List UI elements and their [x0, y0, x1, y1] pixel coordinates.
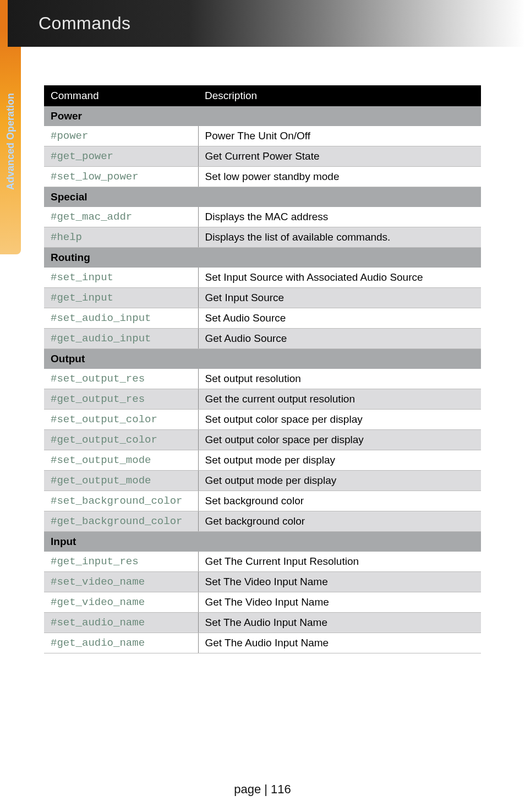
- header-band: Commands: [8, 0, 525, 47]
- table-row: #set_output_colorSet output color space …: [44, 410, 481, 430]
- description-cell: Set The Video Input Name: [198, 572, 481, 592]
- table-row: #get_powerGet Current Power State: [44, 146, 481, 167]
- command-cell[interactable]: #set_output_color: [44, 410, 198, 430]
- command-cell[interactable]: #set_input: [44, 268, 198, 288]
- table-row: #set_background_colorSet background colo…: [44, 491, 481, 511]
- table-row: #get_background_colorGet background colo…: [44, 511, 481, 532]
- section-title: Routing: [44, 248, 481, 268]
- section-header: Output: [44, 349, 481, 369]
- section-header: Routing: [44, 248, 481, 268]
- content-area: Command Description Power#powerPower The…: [44, 85, 481, 653]
- table-row: #get_mac_addrDisplays the MAC address: [44, 207, 481, 227]
- table-row: #set_low_powerSet low power standby mode: [44, 167, 481, 187]
- table-row: #get_video_nameGet The Video Input Name: [44, 592, 481, 613]
- table-row: #set_output_resSet output resolution: [44, 369, 481, 389]
- table-row: #set_video_nameSet The Video Input Name: [44, 572, 481, 592]
- description-cell: Set The Audio Input Name: [198, 613, 481, 633]
- command-cell[interactable]: #power: [44, 126, 198, 146]
- command-cell[interactable]: #help: [44, 227, 198, 248]
- command-cell[interactable]: #set_low_power: [44, 167, 198, 187]
- description-cell: Set output resolution: [198, 369, 481, 389]
- command-cell[interactable]: #set_output_mode: [44, 450, 198, 471]
- command-cell[interactable]: #set_video_name: [44, 572, 198, 592]
- description-cell: Set output mode per display: [198, 450, 481, 471]
- accent-bar: [0, 0, 8, 29]
- section-header: Power: [44, 106, 481, 126]
- command-cell[interactable]: #get_background_color: [44, 511, 198, 532]
- command-cell[interactable]: #get_mac_addr: [44, 207, 198, 227]
- col-header-description: Description: [198, 85, 481, 106]
- command-cell[interactable]: #set_audio_name: [44, 613, 198, 633]
- section-title: Power: [44, 106, 481, 126]
- table-row: #set_audio_inputSet Audio Source: [44, 308, 481, 329]
- command-cell[interactable]: #set_audio_input: [44, 308, 198, 329]
- description-cell: Set Input Source with Associated Audio S…: [198, 268, 481, 288]
- description-cell: Get Current Power State: [198, 146, 481, 167]
- commands-table: Command Description Power#powerPower The…: [44, 85, 481, 653]
- page-footer: page | 116: [0, 782, 525, 797]
- description-cell: Get Audio Source: [198, 329, 481, 349]
- table-row: #get_output_resGet the current output re…: [44, 389, 481, 410]
- command-cell[interactable]: #get_audio_input: [44, 329, 198, 349]
- description-cell: Get The Current Input Resolution: [198, 552, 481, 572]
- description-cell: Get output color space per display: [198, 430, 481, 450]
- command-cell[interactable]: #get_output_res: [44, 389, 198, 410]
- section-header: Input: [44, 532, 481, 552]
- table-row: #helpDisplays the list of available comm…: [44, 227, 481, 248]
- section-header: Special: [44, 187, 481, 208]
- command-cell[interactable]: #get_output_mode: [44, 471, 198, 491]
- description-cell: Get The Audio Input Name: [198, 633, 481, 653]
- description-cell: Get Input Source: [198, 288, 481, 308]
- command-cell[interactable]: #get_input: [44, 288, 198, 308]
- table-row: #get_input_resGet The Current Input Reso…: [44, 552, 481, 572]
- table-row: #get_output_colorGet output color space …: [44, 430, 481, 450]
- description-cell: Get The Video Input Name: [198, 592, 481, 613]
- description-cell: Displays the list of available commands.: [198, 227, 481, 248]
- side-tab: Advanced Operation: [0, 29, 21, 254]
- description-cell: Set background color: [198, 491, 481, 511]
- command-cell[interactable]: #get_input_res: [44, 552, 198, 572]
- table-row: #get_inputGet Input Source: [44, 288, 481, 308]
- description-cell: Displays the MAC address: [198, 207, 481, 227]
- table-row: #powerPower The Unit On/Off: [44, 126, 481, 146]
- section-title: Special: [44, 187, 481, 208]
- command-cell[interactable]: #get_audio_name: [44, 633, 198, 653]
- section-title: Output: [44, 349, 481, 369]
- description-cell: Set low power standby mode: [198, 167, 481, 187]
- command-cell[interactable]: #get_power: [44, 146, 198, 167]
- command-cell[interactable]: #get_output_color: [44, 430, 198, 450]
- description-cell: Get output mode per display: [198, 471, 481, 491]
- description-cell: Set Audio Source: [198, 308, 481, 329]
- command-cell[interactable]: #set_output_res: [44, 369, 198, 389]
- description-cell: Set output color space per display: [198, 410, 481, 430]
- table-row: #get_output_modeGet output mode per disp…: [44, 471, 481, 491]
- description-cell: Get the current output resolution: [198, 389, 481, 410]
- table-row: #get_audio_inputGet Audio Source: [44, 329, 481, 349]
- description-cell: Power The Unit On/Off: [198, 126, 481, 146]
- table-row: #set_inputSet Input Source with Associat…: [44, 268, 481, 288]
- command-cell[interactable]: #set_background_color: [44, 491, 198, 511]
- table-header-row: Command Description: [44, 85, 481, 106]
- description-cell: Get background color: [198, 511, 481, 532]
- table-row: #get_audio_nameGet The Audio Input Name: [44, 633, 481, 653]
- col-header-command: Command: [44, 85, 198, 106]
- table-row: #set_output_modeSet output mode per disp…: [44, 450, 481, 471]
- command-cell[interactable]: #get_video_name: [44, 592, 198, 613]
- page-title: Commands: [39, 13, 131, 34]
- table-row: #set_audio_nameSet The Audio Input Name: [44, 613, 481, 633]
- section-title: Input: [44, 532, 481, 552]
- side-tab-label: Advanced Operation: [5, 93, 17, 190]
